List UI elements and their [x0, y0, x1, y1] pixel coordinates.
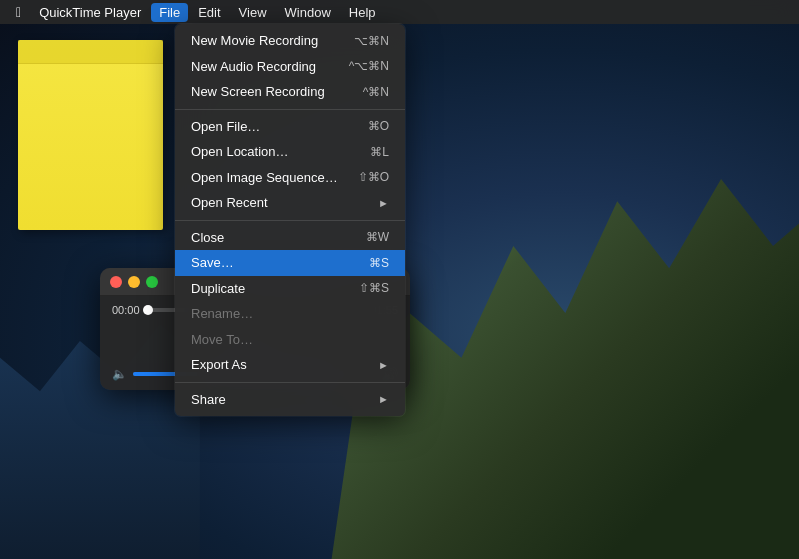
menu-item-label: Share [191, 390, 226, 410]
progress-thumb [143, 305, 153, 315]
apple-menu[interactable]:  [8, 2, 29, 22]
menu-item-label: Rename… [191, 304, 253, 324]
menu-item-label: Export As [191, 355, 247, 375]
time-current: 00:00 [112, 304, 140, 316]
menubar-view[interactable]: View [231, 3, 275, 22]
menu-item-label: Open File… [191, 117, 260, 137]
menu-move-to: Move To… [175, 327, 405, 353]
menubar:  QuickTime Player File Edit View Window… [0, 0, 799, 24]
menu-item-label: Close [191, 228, 224, 248]
menubar-edit[interactable]: Edit [190, 3, 228, 22]
menu-item-label: New Movie Recording [191, 31, 318, 51]
menubar-file[interactable]: File [151, 3, 188, 22]
menu-item-label: Open Image Sequence… [191, 168, 338, 188]
sticky-note-header [18, 40, 163, 64]
menu-item-label: Duplicate [191, 279, 245, 299]
menu-save[interactable]: Save… ⌘S [175, 250, 405, 276]
menu-open-recent[interactable]: Open Recent ► [175, 190, 405, 216]
menu-item-shortcut: ⇧⌘O [358, 168, 389, 186]
menu-open-file[interactable]: Open File… ⌘O [175, 114, 405, 140]
menu-item-label: Move To… [191, 330, 253, 350]
menu-separator-3 [175, 382, 405, 383]
menu-export-as[interactable]: Export As ► [175, 352, 405, 378]
menu-rename: Rename… [175, 301, 405, 327]
submenu-arrow-icon: ► [378, 357, 389, 374]
file-menu-dropdown: New Movie Recording ⌥⌘N New Audio Record… [175, 24, 405, 416]
volume-low-icon: 🔈 [112, 367, 127, 381]
menu-item-shortcut: ⌥⌘N [354, 32, 389, 50]
menu-separator-1 [175, 109, 405, 110]
menu-item-label: Open Recent [191, 193, 268, 213]
menubar-window[interactable]: Window [277, 3, 339, 22]
menu-new-audio-recording[interactable]: New Audio Recording ^⌥⌘N [175, 54, 405, 80]
submenu-arrow-icon: ► [378, 391, 389, 408]
submenu-arrow-icon: ► [378, 195, 389, 212]
menu-item-shortcut: ⇧⌘S [359, 279, 389, 297]
menu-item-shortcut: ⌘O [368, 117, 389, 135]
menu-item-shortcut: ⌘S [369, 254, 389, 272]
menu-close[interactable]: Close ⌘W [175, 225, 405, 251]
close-button[interactable] [110, 276, 122, 288]
menu-item-shortcut: ⌘W [366, 228, 389, 246]
menu-item-label: New Screen Recording [191, 82, 325, 102]
menu-new-screen-recording[interactable]: New Screen Recording ^⌘N [175, 79, 405, 105]
menu-item-shortcut: ^⌥⌘N [349, 57, 389, 75]
minimize-button[interactable] [128, 276, 140, 288]
menubar-quicktime[interactable]: QuickTime Player [31, 3, 149, 22]
menu-item-label: New Audio Recording [191, 57, 316, 77]
menu-open-image-sequence[interactable]: Open Image Sequence… ⇧⌘O [175, 165, 405, 191]
menu-new-movie-recording[interactable]: New Movie Recording ⌥⌘N [175, 28, 405, 54]
sticky-note [18, 40, 163, 230]
menu-item-label: Save… [191, 253, 234, 273]
menu-item-shortcut: ^⌘N [363, 83, 389, 101]
menu-item-shortcut: ⌘L [370, 143, 389, 161]
menubar-help[interactable]: Help [341, 3, 384, 22]
menu-item-label: Open Location… [191, 142, 289, 162]
menu-separator-2 [175, 220, 405, 221]
menu-duplicate[interactable]: Duplicate ⇧⌘S [175, 276, 405, 302]
maximize-button[interactable] [146, 276, 158, 288]
menu-share[interactable]: Share ► [175, 387, 405, 413]
menu-open-location[interactable]: Open Location… ⌘L [175, 139, 405, 165]
